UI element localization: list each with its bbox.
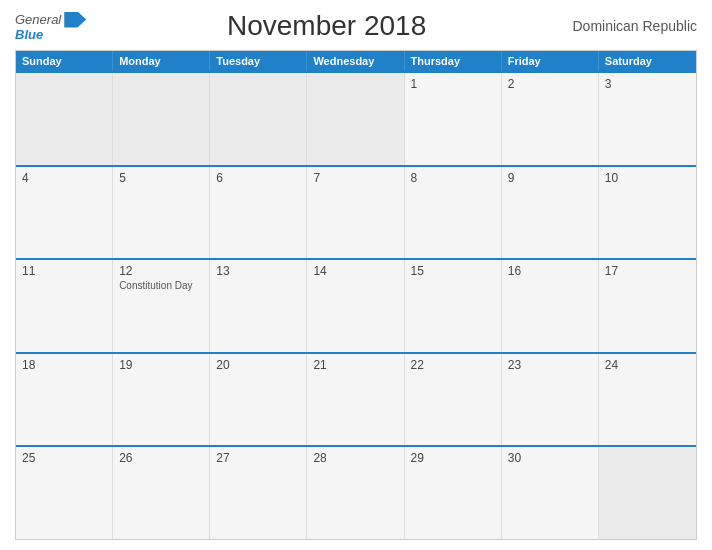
cal-cell-w3-5: 16: [502, 260, 599, 352]
week-row-1: 1 2 3: [16, 71, 696, 165]
header-saturday: Saturday: [599, 51, 696, 71]
logo-blue-text: Blue: [15, 28, 86, 41]
header-thursday: Thursday: [405, 51, 502, 71]
cal-cell-w4-6: 24: [599, 354, 696, 446]
page: General Blue November 2018 Dominican Rep…: [0, 0, 712, 550]
calendar-body: 1 2 3 4 5 6 7 8 9 10 11 12 Constitution …: [16, 71, 696, 539]
header-monday: Monday: [113, 51, 210, 71]
cal-cell-w4-2: 20: [210, 354, 307, 446]
cal-cell-w3-1: 12 Constitution Day: [113, 260, 210, 352]
week-row-4: 18 19 20 21 22 23 24: [16, 352, 696, 446]
cal-cell-w5-5: 30: [502, 447, 599, 539]
cal-cell-w5-2: 27: [210, 447, 307, 539]
week-row-3: 11 12 Constitution Day 13 14 15 16 17: [16, 258, 696, 352]
cal-cell-w4-3: 21: [307, 354, 404, 446]
cal-cell-w1-4: 1: [405, 73, 502, 165]
cal-cell-w4-4: 22: [405, 354, 502, 446]
cal-cell-w2-2: 6: [210, 167, 307, 259]
cal-cell-w2-4: 8: [405, 167, 502, 259]
cal-cell-w2-1: 5: [113, 167, 210, 259]
cal-cell-w2-6: 10: [599, 167, 696, 259]
country-label: Dominican Republic: [567, 18, 697, 34]
cal-cell-w1-0: [16, 73, 113, 165]
cal-cell-w1-2: [210, 73, 307, 165]
cal-cell-w1-1: [113, 73, 210, 165]
week-row-5: 25 26 27 28 29 30: [16, 445, 696, 539]
cal-cell-w5-4: 29: [405, 447, 502, 539]
cal-cell-w2-5: 9: [502, 167, 599, 259]
calendar-title: November 2018: [86, 10, 567, 42]
cal-cell-w4-0: 18: [16, 354, 113, 446]
header: General Blue November 2018 Dominican Rep…: [15, 10, 697, 42]
cal-cell-w1-3: [307, 73, 404, 165]
cal-cell-w5-0: 25: [16, 447, 113, 539]
cal-cell-w3-3: 14: [307, 260, 404, 352]
header-sunday: Sunday: [16, 51, 113, 71]
cal-cell-w1-5: 2: [502, 73, 599, 165]
calendar-header: Sunday Monday Tuesday Wednesday Thursday…: [16, 51, 696, 71]
cal-cell-w4-5: 23: [502, 354, 599, 446]
header-wednesday: Wednesday: [307, 51, 404, 71]
cal-cell-w3-0: 11: [16, 260, 113, 352]
logo-icon: [64, 12, 86, 28]
cal-cell-w3-6: 17: [599, 260, 696, 352]
logo-general-text: General: [15, 13, 61, 26]
calendar: Sunday Monday Tuesday Wednesday Thursday…: [15, 50, 697, 540]
cal-cell-w2-3: 7: [307, 167, 404, 259]
logo: General Blue: [15, 12, 86, 41]
cal-cell-w2-0: 4: [16, 167, 113, 259]
week-row-2: 4 5 6 7 8 9 10: [16, 165, 696, 259]
header-tuesday: Tuesday: [210, 51, 307, 71]
cal-cell-w5-1: 26: [113, 447, 210, 539]
constitution-day-event: Constitution Day: [119, 280, 203, 291]
cal-cell-w3-2: 13: [210, 260, 307, 352]
cal-cell-w5-6: [599, 447, 696, 539]
cal-cell-w4-1: 19: [113, 354, 210, 446]
cal-cell-w3-4: 15: [405, 260, 502, 352]
header-friday: Friday: [502, 51, 599, 71]
cal-cell-w5-3: 28: [307, 447, 404, 539]
cal-cell-w1-6: 3: [599, 73, 696, 165]
